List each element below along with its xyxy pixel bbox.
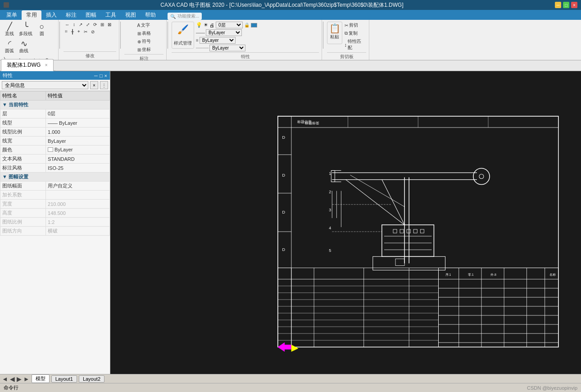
close-button[interactable]: × [571,2,577,8]
tool-modify5[interactable]: ⟳ [92,22,98,27]
prop-row-width: 宽度 210.000 [0,200,110,209]
tab-view[interactable]: 视图 [121,10,141,20]
coord-icon: ⊞ [137,47,141,52]
prop-height-name: 高度 [0,209,46,218]
tool-curve[interactable]: ∿ 曲线 [17,39,31,55]
tool-line[interactable]: ╱ 直线 [3,22,16,38]
separator3 [168,22,168,49]
drawing-canvas[interactable]: D D D D 标题标签 [110,71,581,374]
separator1 [59,22,60,49]
tool-symbol[interactable]: ⊕ 符号 [136,38,152,45]
tool-modify1[interactable]: ↔ [64,22,71,27]
tool-modify7[interactable]: ⊠ [106,22,113,27]
maximize-button[interactable]: □ [563,2,569,8]
tool-symbol-label: 符号 [142,38,151,45]
prop-row-height: 高度 148.500 [0,209,110,218]
search-box[interactable]: 🔍 功能搜索... [168,13,202,20]
sun-icon: ☀ [204,22,208,28]
layer-dropdown[interactable]: 0层 [216,22,243,28]
color-dropdown[interactable]: ByLayer [209,45,245,51]
group-modify-label: 修改 [64,51,116,59]
tool-modify9[interactable]: ╂ [70,28,75,35]
panel-icon-btn2[interactable]: ⋮ [100,81,108,89]
tool-table-label: 表格 [142,30,151,36]
tool-modify12[interactable]: ⊘ [90,28,96,35]
tool-modify11[interactable]: ✂ [82,28,89,35]
annotation-tools: A 文字 ⊞ 表格 ⊕ 符号 ⊞ 坐标 [136,22,152,53]
svg-text:D: D [282,210,286,214]
tab-help[interactable]: 帮助 [141,10,160,20]
paste-btn[interactable]: 📋 粘贴 [327,22,342,44]
window-title: CAXA CAD 电子图板 2020 - [C:\Users\liao_\App… [9,1,555,9]
copy-btn[interactable]: ⧉ 复制 [343,30,366,37]
match-btn[interactable]: ↨ 特性匹配 [343,38,366,51]
nav-next[interactable]: ▶ [17,375,22,383]
style-manager-btn[interactable]: 🖌️ 样式管理 [172,22,194,49]
svg-text:名称: 名称 [549,273,556,276]
tab-layout1[interactable]: Layout1 [51,375,77,383]
tab-model[interactable]: 模型 [32,374,50,383]
color-label-small: ──── [196,46,209,50]
svg-text:外.8: 外.8 [490,273,496,276]
match-icon: ↨ [345,42,347,47]
tab-menu[interactable]: 菜单 [2,10,22,20]
ribbon-group-draw: ╱ 直线 ╰ 多段线 ○ 圆 ◜ 圆弧 ∿ 曲线 [0,20,59,60]
app-icon [4,2,9,8]
lamp-icon: 💡 [196,22,202,28]
tool-curve-label: 曲线 [19,48,28,54]
tab-home[interactable]: 常用 [22,10,41,20]
document-tab-close[interactable]: × [45,63,48,68]
tool-coordinate[interactable]: ⊞ 坐标 [136,46,152,53]
tool-line-label: 直线 [5,31,14,37]
tool-polyline[interactable]: ╰ 多段线 [17,22,34,38]
tool-modify3[interactable]: ↗ [77,22,84,27]
svg-text:D: D [282,247,286,252]
tool-modify2[interactable]: ↕ [72,22,77,27]
cut-btn[interactable]: ✂ 剪切 [343,22,366,29]
tab-annotation[interactable]: 标注 [61,10,81,20]
tool-arc[interactable]: ◜ 圆弧 [3,39,16,55]
prop-row-scale: 图纸比例 1:2 [0,218,110,227]
tool-modify10[interactable]: ⌖ [76,28,82,35]
copy-label: 复制 [349,30,358,36]
tab-layout2[interactable]: Layout2 [79,375,104,383]
panel-scope-dropdown[interactable]: 全局信息 [2,81,88,89]
tool-circle[interactable]: ○ 圆 [35,22,49,38]
prop-extension-value [46,191,110,200]
prop-row-layer: 层 0层 [0,109,110,119]
lineweight-label: ≡ [196,38,199,43]
print-icon: 🖨 [209,23,214,28]
symbol-icon: ⊕ [137,39,141,44]
panel-close-btn[interactable]: × [104,73,107,78]
nav-last[interactable]: ► [23,375,30,383]
nav-prev[interactable]: ◀ [10,375,15,383]
ribbon-group-clipboard: 📋 粘贴 ✂ 剪切 ⧉ 复制 ↨ 特性匹配 [324,20,369,60]
group-properties-label: 特性 [172,52,319,60]
nav-first[interactable]: ◄ [2,375,8,383]
tool-coord-label: 坐标 [142,46,151,53]
tab-tools[interactable]: 工具 [101,10,121,20]
prop-ltscale-value: 1.000 [46,128,110,137]
minimize-button[interactable]: ─ [555,2,561,8]
lineweight-dropdown[interactable]: ByLayer [200,37,236,44]
prop-row-color: 颜色 ByLayer [0,146,110,155]
cut-label: 剪切 [349,22,358,28]
tool-table[interactable]: ⊞ 表格 [136,30,152,37]
tab-drawing[interactable]: 图幅 [81,10,101,20]
tab-insert[interactable]: 插入 [41,10,61,20]
panel-icon-btn1[interactable]: × [90,81,98,89]
svg-text:1: 1 [329,171,331,176]
tool-modify4[interactable]: ⤢ [85,22,91,27]
lock-icon: 🔒 [244,23,250,27]
document-tab[interactable]: 装配体1.DWG × [1,59,54,71]
tool-text[interactable]: A 文字 [136,22,152,29]
linetype-dropdown[interactable]: ByLayer [206,29,242,36]
panel-controls: ─ □ × [94,73,107,78]
search-icon: 🔍 [170,14,176,19]
paste-label: 粘贴 [330,34,339,40]
panel-pin-btn[interactable]: ─ [94,73,98,78]
prop-row-dimstyle: 标注风格 ISO-25 [0,164,110,173]
tool-modify8[interactable]: ⌗ [64,28,69,35]
tool-modify6[interactable]: ⊞ [99,22,105,27]
panel-float-btn[interactable]: □ [100,73,103,78]
